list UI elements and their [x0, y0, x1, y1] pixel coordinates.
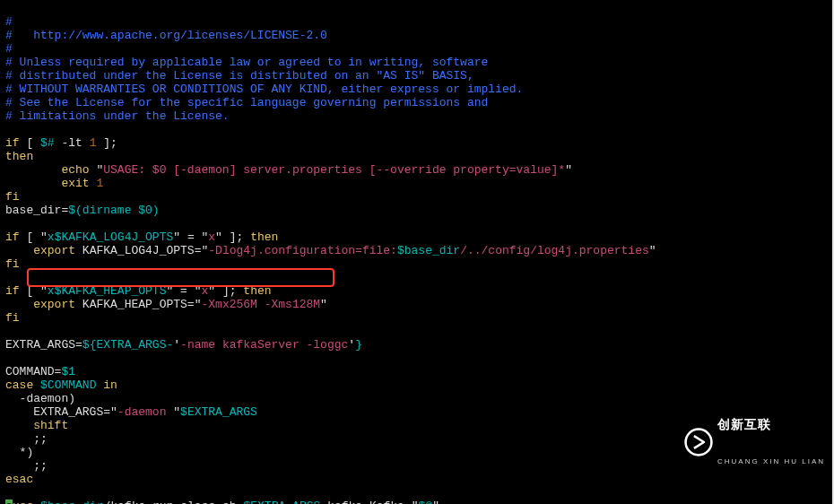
code-line: COMMAND=$1 — [5, 365, 75, 378]
comment-line: # http://www.apache.org/licenses/LICENSE… — [5, 29, 327, 42]
comment-line: # limitations under the License. — [5, 109, 230, 123]
cursor: e — [5, 500, 13, 504]
code-line: ;; — [5, 432, 48, 446]
code-line: if [ $# -lt 1 ]; — [5, 136, 117, 150]
code-line: export KAFKA_LOG4J_OPTS="-Dlog4j.configu… — [5, 244, 656, 257]
code-line: fi — [5, 257, 20, 271]
code-line: if [ "x$KAFKA_LOG4J_OPTS" = "x" ]; then — [5, 230, 278, 244]
code-line: base_dir=$(dirname $0) — [5, 204, 160, 217]
code-line: ;; — [5, 459, 48, 473]
code-line: then — [5, 150, 33, 163]
svg-point-0 — [686, 430, 712, 456]
code-line: case $COMMAND in — [5, 378, 117, 392]
exec-line: exec $base_dir/kafka-run-class.sh $EXTRA… — [5, 500, 439, 504]
code-line: fi — [5, 311, 20, 325]
watermark-subtitle: CHUANG XIN HU LIAN — [717, 457, 825, 466]
comment-line: # — [5, 15, 13, 29]
comment-line: # See the License for the specific langu… — [5, 96, 488, 109]
comment-line: # Unless required by applicable law or a… — [5, 56, 488, 69]
code-line: EXTRA_ARGS="-daemon "$EXTRA_ARGS — [5, 405, 257, 419]
code-line: exit 1 — [5, 177, 103, 190]
watermark: 创新互联 CHUANG XIN HU LIAN — [683, 391, 825, 493]
code-line: echo "USAGE: $0 [-daemon] server.propert… — [5, 163, 572, 177]
code-line: EXTRA_ARGS=${EXTRA_ARGS-'-name kafkaServ… — [5, 338, 362, 352]
comment-line: # WITHOUT WARRANTIES OR CONDITIONS OF AN… — [5, 83, 523, 96]
comment-line: # — [5, 42, 13, 56]
watermark-title: 创新互联 — [717, 418, 825, 430]
code-editor-viewport: # # http://www.apache.org/licenses/LICEN… — [0, 0, 834, 504]
code-line: shift — [5, 419, 68, 432]
logo-icon — [683, 427, 714, 457]
highlighted-line: export KAFKA_HEAP_OPTS="-Xmx256M -Xms128… — [5, 298, 327, 311]
comment-line: # distributed under the License is distr… — [5, 69, 474, 83]
code-line: if [ "x$KAFKA_HEAP_OPTS" = "x" ]; then — [5, 284, 272, 298]
code-line: esac — [5, 473, 33, 486]
code-line: -daemon) — [5, 392, 75, 405]
code-line: *) — [5, 446, 33, 459]
code-line: fi — [5, 190, 20, 204]
